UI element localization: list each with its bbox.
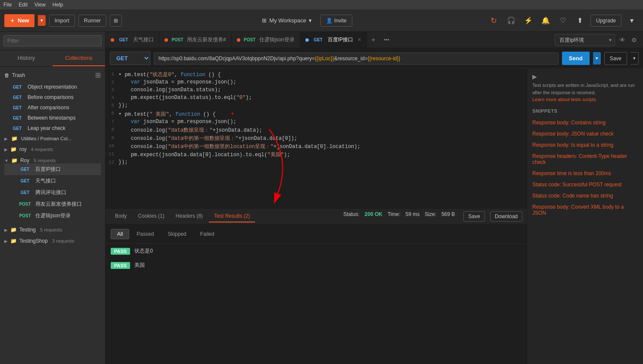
code-line-4: 4 pm.expect(jsonData.status).to.eql("0")… [106, 94, 527, 102]
env-select[interactable]: 百度ip环境 [555, 34, 615, 46]
method-badge-get: GET [18, 167, 32, 172]
tab-more-button[interactable]: ••• [379, 37, 394, 43]
tab-bond[interactable]: POST 用友云新发债券# [159, 32, 232, 48]
trash-section[interactable]: 🗑 Trash ⊞ [0, 68, 105, 82]
sidebar-item-baidu-ip[interactable]: GET 百度IP接口 [4, 163, 101, 175]
test-name: 状态是0 [134, 247, 153, 255]
tab-close-icon[interactable]: ✕ [357, 37, 361, 43]
method-badge-post: POST [18, 202, 32, 207]
snippets-panel: ▶ Test scripts are written in JavaScript… [527, 69, 643, 364]
sidebar-item-after-comparisons[interactable]: GET After comparisons [0, 102, 105, 113]
sidebar-item-bond[interactable]: POST 用友云新发债券接口 [4, 198, 101, 210]
method-badge-get: GET [10, 95, 24, 100]
filter-failed-button[interactable]: Failed [194, 229, 221, 239]
trash-icon: 🗑 [4, 72, 9, 78]
sync-icon-button[interactable]: ↻ [487, 14, 501, 28]
tab-json-login[interactable]: POST 住逻辑json登录 [232, 32, 300, 48]
sidebar-item-utilities[interactable]: ▶ 📁 Utilities / Postman Col... [0, 133, 105, 144]
code-line-3: 3 console.log(jsonData.status); [106, 86, 527, 94]
invite-button[interactable]: 👤 Invite [320, 15, 352, 27]
lightning-icon-button[interactable]: ⚡ [522, 14, 535, 28]
sidebar-item-leap-year-check[interactable]: GET Leap year check [0, 123, 105, 133]
resp-tab-cookies[interactable]: Cookies (1) [133, 210, 169, 222]
snippet-item-4[interactable]: Response time is less than 200ms [527, 168, 643, 179]
snippet-item-3[interactable]: Response headers: Content-Type header ch… [527, 151, 643, 168]
sidebar-item-label: 住逻辑json登录 [35, 212, 71, 219]
menu-help[interactable]: Help [53, 2, 63, 8]
resp-tab-body[interactable]: Body [110, 210, 132, 222]
collection-name-testing[interactable]: ▶ 📁 Testing 5 requests [4, 227, 101, 233]
resp-download-button[interactable]: Download [490, 211, 522, 222]
tab-collections[interactable]: Collections [53, 50, 105, 66]
new-dropdown-arrow[interactable]: ▾ [38, 15, 46, 26]
filter-passed-button[interactable]: Passed [130, 229, 160, 239]
snippets-toggle[interactable]: ▶ [532, 73, 541, 80]
sidebar-item-json-login[interactable]: POST 住逻辑json登录 [4, 210, 101, 222]
sidebar-item-label: Before comparisons [28, 94, 74, 100]
method-badge-get: GET [18, 190, 32, 195]
folder-icon: 📁 [10, 146, 17, 152]
env-eye-button[interactable]: 👁 [618, 37, 627, 43]
heart-icon-button[interactable]: ♡ [556, 14, 570, 28]
collection-group-testingshop: ▶ 📁 TestingShop 3 requests [0, 235, 105, 247]
resp-save-button[interactable]: Save [463, 211, 485, 222]
snippet-item-0[interactable]: Response body: Contains string [527, 117, 643, 128]
workspace-button[interactable]: ⊞ My Workspace ▾ [257, 15, 317, 26]
snippet-item-1[interactable]: Response body: JSON value check [527, 128, 643, 139]
save-button[interactable]: Save [604, 52, 627, 65]
bell-icon-button[interactable]: 🔔 [539, 14, 553, 28]
search-input[interactable] [3, 35, 102, 46]
chevron-icon: ▶ [4, 147, 8, 152]
tab-history[interactable]: History [0, 50, 53, 66]
menu-edit[interactable]: Edit [19, 2, 28, 8]
snippet-item-7[interactable]: Response body: Convert XML body to a JSO… [527, 201, 643, 219]
snippet-item-6[interactable]: Status code: Code name has string [527, 190, 643, 201]
tab-add-button[interactable]: + [367, 36, 379, 44]
headphones-icon-button[interactable]: 🎧 [504, 14, 518, 28]
grid-icon: ⊞ [262, 17, 267, 24]
method-select[interactable]: GET POST PUT DELETE [110, 52, 150, 65]
sidebar-item-weather[interactable]: GET 天气接口 [4, 175, 101, 187]
upgrade-button[interactable]: Upgrade [590, 15, 621, 27]
snippet-item-5[interactable]: Status code: Successful POST request [527, 179, 643, 190]
new-button[interactable]: ＋ New [4, 14, 34, 27]
send-dropdown-button[interactable]: ▾ [593, 52, 601, 65]
learn-more-link[interactable]: Learn more about tests scripts [532, 97, 596, 102]
upgrade-arrow-icon-button[interactable]: ▾ [625, 14, 639, 28]
method-badge-get: GET [10, 116, 24, 120]
snippets-header: ▶ [527, 69, 643, 82]
tab-dot [111, 38, 114, 42]
cloud-upload-icon-button[interactable]: ⬆ [573, 14, 587, 28]
toolbar-extra-button[interactable]: ⊞ [110, 15, 122, 27]
runner-button[interactable]: Runner [78, 15, 106, 27]
filter-all-button[interactable]: All [111, 229, 129, 239]
env-gear-button[interactable]: ⚙ [630, 37, 639, 43]
tab-baidu-ip[interactable]: GET 百度IP接口 ✕ [300, 32, 367, 48]
snippet-item-2[interactable]: Response body: Is equal to a string [527, 139, 643, 151]
send-button[interactable]: Send [562, 52, 590, 65]
code-editor-wrapper: 1 • pm.test("状态是0", function () { 2 var … [106, 69, 527, 208]
code-line-10: 10 console.log("data中的第一组数据里的location呈现：… [106, 142, 527, 151]
sidebar-item-before-comparisons[interactable]: GET Before comparisons [0, 92, 105, 102]
url-input[interactable]: https://sp0.baidu.com/8aQDcjqpAAV3otqbpp… [154, 52, 559, 65]
trash-add-icon[interactable]: ⊞ [95, 71, 101, 79]
sidebar-item-object-representation[interactable]: GET Object representation [0, 82, 105, 92]
sidebar-item-between-timestamps[interactable]: GET Between timestamps [0, 113, 105, 123]
code-editor[interactable]: 1 • pm.test("状态是0", function () { 2 var … [106, 69, 527, 168]
resp-tab-headers[interactable]: Headers (8) [171, 210, 208, 222]
collection-name-roy[interactable]: ▶ 📁 roy 4 requests [4, 146, 101, 152]
menu-file[interactable]: File [3, 2, 12, 8]
save-dropdown-button[interactable]: ▾ [631, 52, 639, 65]
import-button[interactable]: Import [49, 15, 75, 27]
sidebar-item-tencent-comment[interactable]: GET 腾讯评论接口 [4, 187, 101, 198]
collection-name-testingshop[interactable]: ▶ 📁 TestingShop 3 requests [4, 238, 101, 244]
resp-tab-test-results[interactable]: Test Results (2) [209, 210, 255, 222]
pass-badge: PASS [111, 248, 130, 255]
tab-tianqi[interactable]: GET 天气接口 [106, 32, 159, 48]
env-wrapper: 百度ip环境 [555, 34, 615, 46]
sidebar-item-label: 天气接口 [35, 177, 56, 185]
method-badge-get: GET [10, 126, 24, 131]
collection-name-Roy[interactable]: ▼ 📁 Roy 5 requests [4, 157, 101, 163]
menu-view[interactable]: View [34, 2, 46, 8]
filter-skipped-button[interactable]: Skipped [161, 229, 193, 239]
